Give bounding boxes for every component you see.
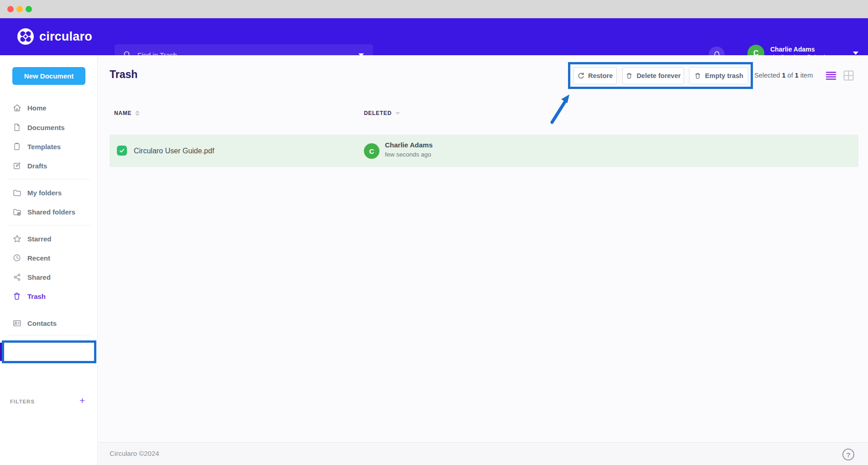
app-header: circularo C Charlie Adam (0, 18, 868, 55)
sidebar-item-label: Drafts (27, 162, 47, 170)
selection-count: 1 (782, 72, 785, 79)
list-view-button[interactable] (824, 69, 838, 82)
sidebar-item-label: Shared (27, 273, 51, 281)
column-header-deleted[interactable]: DELETED (364, 110, 400, 116)
sidebar-item-label: Starred (27, 235, 52, 243)
trash-icon (12, 291, 22, 301)
sidebar-item-drafts[interactable]: Drafts (0, 157, 98, 175)
selection-summary: Selected 1 of 1 item (754, 72, 813, 79)
selection-prefix: Selected (754, 72, 780, 79)
grid-view-icon (843, 70, 854, 81)
edit-icon (12, 161, 22, 171)
sidebar-item-starred[interactable]: Starred (0, 230, 98, 248)
annotation-arrow (546, 90, 575, 128)
home-icon (12, 103, 22, 113)
delete-forever-label: Delete forever (637, 72, 681, 79)
window-close-button[interactable] (7, 6, 14, 12)
app-window: circularo C Charlie Adam (0, 0, 868, 465)
sidebar-divider (7, 335, 90, 335)
sort-desc-icon (395, 112, 400, 115)
column-header-name[interactable]: NAME (114, 110, 140, 116)
annotation-highlight-trash (2, 340, 96, 363)
sort-icon (135, 110, 140, 116)
app-logo[interactable]: circularo (16, 27, 92, 46)
contacts-icon (12, 318, 22, 328)
empty-trash-label: Empty trash (705, 72, 743, 79)
window-minimize-button[interactable] (16, 6, 23, 12)
selection-of: of (788, 72, 793, 79)
delete-forever-button[interactable]: Delete forever (622, 67, 684, 84)
row-deleted-when: few seconds ago (385, 151, 431, 158)
sidebar-item-label: Contacts (27, 319, 57, 327)
selection-total: 1 (795, 72, 799, 79)
sidebar-item-shared-folders[interactable]: Shared folders (0, 203, 98, 221)
share-icon (12, 272, 22, 282)
circularo-logo-icon (16, 27, 35, 46)
list-view-icon (825, 71, 837, 81)
sidebar-item-trash[interactable]: Trash (0, 287, 98, 305)
star-icon (12, 234, 22, 244)
filters-section: FILTERS + (0, 395, 98, 409)
row-checkbox[interactable] (117, 146, 127, 156)
sidebar-item-my-folders[interactable]: My folders (0, 183, 98, 202)
sidebar-item-label: Templates (27, 143, 61, 151)
sidebar-divider (7, 179, 90, 179)
sidebar-item-label: Shared folders (27, 208, 75, 216)
folder-icon (12, 188, 22, 198)
sidebar-item-shared[interactable]: Shared (0, 268, 98, 286)
sidebar-item-templates[interactable]: Templates (0, 137, 98, 156)
check-icon (119, 147, 125, 154)
column-deleted-label: DELETED (364, 110, 392, 116)
trash-icon (626, 72, 633, 79)
table-row[interactable]: Circularo User Guide.pdf C Charlie Adams… (110, 135, 858, 167)
main-content: Trash Restore Delete forever (98, 55, 868, 465)
sidebar-item-contacts[interactable]: Contacts (0, 314, 98, 332)
sidebar-item-label: Recent (27, 254, 50, 262)
template-icon (12, 141, 22, 152)
sidebar-item-documents[interactable]: Documents (0, 118, 98, 136)
trash-icon (694, 72, 701, 79)
active-item-indicator (0, 343, 3, 361)
row-deleted-by: Charlie Adams (385, 141, 432, 149)
new-document-button[interactable]: New Document (12, 67, 85, 85)
add-filter-button[interactable]: + (79, 395, 85, 406)
footer-copyright: Circularo ©2024 (110, 449, 159, 457)
restore-label: Restore (588, 72, 613, 79)
sidebar-item-home[interactable]: Home (0, 99, 98, 117)
app-logo-text: circularo (39, 30, 92, 44)
empty-trash-button[interactable]: Empty trash (689, 67, 748, 84)
sidebar-item-label: Trash (27, 293, 46, 300)
user-name: Charlie Adams (770, 46, 846, 53)
shared-folder-icon (12, 207, 22, 217)
page-title: Trash (110, 68, 137, 81)
sidebar: New Document Home Documents (0, 55, 98, 465)
row-file-name[interactable]: Circularo User Guide.pdf (134, 147, 214, 155)
sidebar-item-recent[interactable]: Recent (0, 249, 98, 267)
user-menu-caret-icon (853, 52, 858, 55)
grid-view-button[interactable] (842, 69, 855, 82)
footer: Circularo ©2024 ? (98, 442, 868, 465)
sidebar-item-label: Documents (27, 124, 65, 131)
sidebar-item-label: My folders (27, 189, 62, 197)
selection-suffix: item (800, 72, 813, 79)
sidebar-item-label: Home (27, 104, 47, 112)
restore-icon (577, 72, 584, 79)
clock-icon (12, 253, 22, 263)
window-maximize-button[interactable] (26, 6, 32, 12)
row-user-avatar: C (364, 143, 379, 159)
filters-label: FILTERS (10, 399, 35, 404)
document-icon (12, 122, 22, 132)
help-button[interactable]: ? (842, 449, 854, 460)
column-name-label: NAME (114, 110, 132, 116)
restore-button[interactable]: Restore (573, 67, 617, 84)
window-titlebar (0, 0, 868, 18)
sidebar-divider (7, 225, 90, 225)
